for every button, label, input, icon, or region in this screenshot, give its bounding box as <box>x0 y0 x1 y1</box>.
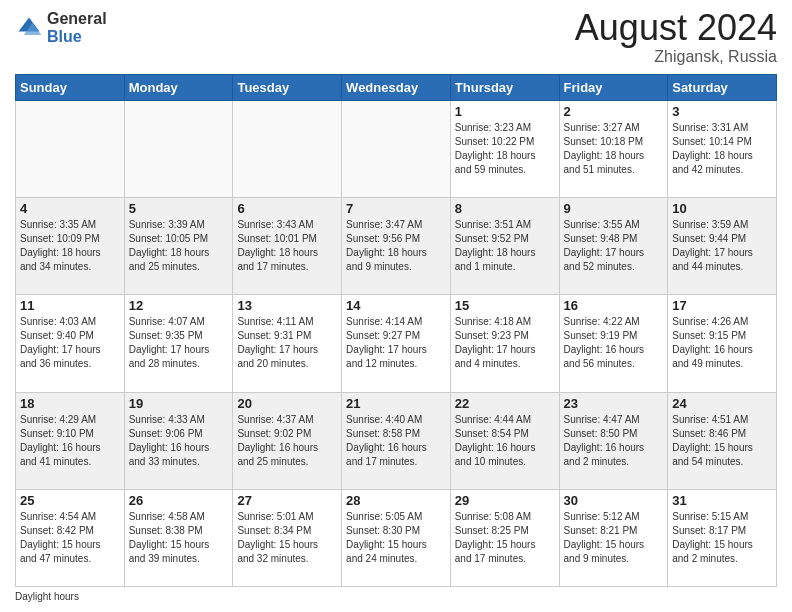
daylight-text: Daylight: 15 hours and 54 minutes. <box>672 442 753 467</box>
sunset-text: Sunset: 8:25 PM <box>455 525 529 536</box>
table-row: 13 Sunrise: 4:11 AM Sunset: 9:31 PM Dayl… <box>233 295 342 392</box>
sunrise-text: Sunrise: 3:35 AM <box>20 219 96 230</box>
footer-note: Daylight hours <box>15 591 79 602</box>
sunset-text: Sunset: 9:02 PM <box>237 428 311 439</box>
daylight-text: Daylight: 18 hours and 42 minutes. <box>672 150 753 175</box>
table-row: 22 Sunrise: 4:44 AM Sunset: 8:54 PM Dayl… <box>450 392 559 489</box>
day-number: 9 <box>564 201 664 216</box>
sunrise-text: Sunrise: 4:22 AM <box>564 316 640 327</box>
col-friday: Friday <box>559 75 668 101</box>
sunrise-text: Sunrise: 4:33 AM <box>129 414 205 425</box>
daylight-text: Daylight: 16 hours and 41 minutes. <box>20 442 101 467</box>
table-row: 20 Sunrise: 4:37 AM Sunset: 9:02 PM Dayl… <box>233 392 342 489</box>
day-number: 16 <box>564 298 664 313</box>
sunrise-text: Sunrise: 5:05 AM <box>346 511 422 522</box>
sunset-text: Sunset: 10:22 PM <box>455 136 535 147</box>
table-row: 9 Sunrise: 3:55 AM Sunset: 9:48 PM Dayli… <box>559 198 668 295</box>
daylight-text: Daylight: 16 hours and 2 minutes. <box>564 442 645 467</box>
day-info: Sunrise: 4:37 AM Sunset: 9:02 PM Dayligh… <box>237 413 337 469</box>
table-row: 30 Sunrise: 5:12 AM Sunset: 8:21 PM Dayl… <box>559 489 668 586</box>
daylight-text: Daylight: 17 hours and 36 minutes. <box>20 344 101 369</box>
daylight-text: Daylight: 17 hours and 20 minutes. <box>237 344 318 369</box>
calendar-table: Sunday Monday Tuesday Wednesday Thursday… <box>15 74 777 587</box>
day-info: Sunrise: 4:54 AM Sunset: 8:42 PM Dayligh… <box>20 510 120 566</box>
day-number: 22 <box>455 396 555 411</box>
logo-general-text: General <box>47 10 107 27</box>
sunrise-text: Sunrise: 4:14 AM <box>346 316 422 327</box>
table-row: 12 Sunrise: 4:07 AM Sunset: 9:35 PM Dayl… <box>124 295 233 392</box>
sunrise-text: Sunrise: 5:08 AM <box>455 511 531 522</box>
day-info: Sunrise: 5:01 AM Sunset: 8:34 PM Dayligh… <box>237 510 337 566</box>
day-info: Sunrise: 4:14 AM Sunset: 9:27 PM Dayligh… <box>346 315 446 371</box>
day-info: Sunrise: 4:07 AM Sunset: 9:35 PM Dayligh… <box>129 315 229 371</box>
day-number: 25 <box>20 493 120 508</box>
sunset-text: Sunset: 9:40 PM <box>20 330 94 341</box>
day-info: Sunrise: 3:23 AM Sunset: 10:22 PM Daylig… <box>455 121 555 177</box>
daylight-text: Daylight: 18 hours and 1 minute. <box>455 247 536 272</box>
day-number: 10 <box>672 201 772 216</box>
sunset-text: Sunset: 8:38 PM <box>129 525 203 536</box>
col-saturday: Saturday <box>668 75 777 101</box>
logo-blue-text: Blue <box>47 28 82 45</box>
sunset-text: Sunset: 9:19 PM <box>564 330 638 341</box>
table-row: 6 Sunrise: 3:43 AM Sunset: 10:01 PM Dayl… <box>233 198 342 295</box>
day-info: Sunrise: 4:58 AM Sunset: 8:38 PM Dayligh… <box>129 510 229 566</box>
table-row: 16 Sunrise: 4:22 AM Sunset: 9:19 PM Dayl… <box>559 295 668 392</box>
day-number: 4 <box>20 201 120 216</box>
sunrise-text: Sunrise: 4:44 AM <box>455 414 531 425</box>
day-number: 5 <box>129 201 229 216</box>
sunrise-text: Sunrise: 3:55 AM <box>564 219 640 230</box>
sunset-text: Sunset: 10:05 PM <box>129 233 209 244</box>
daylight-text: Daylight: 17 hours and 44 minutes. <box>672 247 753 272</box>
daylight-text: Daylight: 17 hours and 28 minutes. <box>129 344 210 369</box>
day-info: Sunrise: 4:40 AM Sunset: 8:58 PM Dayligh… <box>346 413 446 469</box>
sunrise-text: Sunrise: 3:31 AM <box>672 122 748 133</box>
sunset-text: Sunset: 8:17 PM <box>672 525 746 536</box>
table-row: 8 Sunrise: 3:51 AM Sunset: 9:52 PM Dayli… <box>450 198 559 295</box>
page: General Blue August 2024 Zhigansk, Russi… <box>0 0 792 612</box>
sunrise-text: Sunrise: 5:01 AM <box>237 511 313 522</box>
sunrise-text: Sunrise: 4:26 AM <box>672 316 748 327</box>
day-number: 24 <box>672 396 772 411</box>
day-info: Sunrise: 3:31 AM Sunset: 10:14 PM Daylig… <box>672 121 772 177</box>
sunset-text: Sunset: 9:15 PM <box>672 330 746 341</box>
sunrise-text: Sunrise: 3:47 AM <box>346 219 422 230</box>
sunset-text: Sunset: 8:42 PM <box>20 525 94 536</box>
daylight-text: Daylight: 16 hours and 25 minutes. <box>237 442 318 467</box>
day-info: Sunrise: 4:26 AM Sunset: 9:15 PM Dayligh… <box>672 315 772 371</box>
table-row <box>233 101 342 198</box>
sunset-text: Sunset: 9:35 PM <box>129 330 203 341</box>
sunrise-text: Sunrise: 3:59 AM <box>672 219 748 230</box>
logo: General Blue <box>15 10 107 45</box>
daylight-text: Daylight: 16 hours and 17 minutes. <box>346 442 427 467</box>
location-subtitle: Zhigansk, Russia <box>575 48 777 66</box>
day-number: 21 <box>346 396 446 411</box>
daylight-text: Daylight: 15 hours and 2 minutes. <box>672 539 753 564</box>
header: General Blue August 2024 Zhigansk, Russi… <box>15 10 777 66</box>
sunset-text: Sunset: 8:34 PM <box>237 525 311 536</box>
sunset-text: Sunset: 9:27 PM <box>346 330 420 341</box>
daylight-text: Daylight: 17 hours and 4 minutes. <box>455 344 536 369</box>
day-number: 6 <box>237 201 337 216</box>
day-info: Sunrise: 5:05 AM Sunset: 8:30 PM Dayligh… <box>346 510 446 566</box>
table-row: 7 Sunrise: 3:47 AM Sunset: 9:56 PM Dayli… <box>342 198 451 295</box>
day-info: Sunrise: 3:59 AM Sunset: 9:44 PM Dayligh… <box>672 218 772 274</box>
month-title: August 2024 <box>575 10 777 46</box>
day-info: Sunrise: 5:12 AM Sunset: 8:21 PM Dayligh… <box>564 510 664 566</box>
table-row <box>342 101 451 198</box>
sunrise-text: Sunrise: 4:03 AM <box>20 316 96 327</box>
table-row: 15 Sunrise: 4:18 AM Sunset: 9:23 PM Dayl… <box>450 295 559 392</box>
calendar-week-row: 18 Sunrise: 4:29 AM Sunset: 9:10 PM Dayl… <box>16 392 777 489</box>
sunrise-text: Sunrise: 3:27 AM <box>564 122 640 133</box>
col-wednesday: Wednesday <box>342 75 451 101</box>
day-info: Sunrise: 4:22 AM Sunset: 9:19 PM Dayligh… <box>564 315 664 371</box>
day-info: Sunrise: 5:15 AM Sunset: 8:17 PM Dayligh… <box>672 510 772 566</box>
day-number: 13 <box>237 298 337 313</box>
daylight-text: Daylight: 18 hours and 59 minutes. <box>455 150 536 175</box>
day-number: 26 <box>129 493 229 508</box>
sunset-text: Sunset: 8:54 PM <box>455 428 529 439</box>
col-tuesday: Tuesday <box>233 75 342 101</box>
daylight-text: Daylight: 18 hours and 9 minutes. <box>346 247 427 272</box>
sunset-text: Sunset: 8:58 PM <box>346 428 420 439</box>
table-row: 3 Sunrise: 3:31 AM Sunset: 10:14 PM Dayl… <box>668 101 777 198</box>
